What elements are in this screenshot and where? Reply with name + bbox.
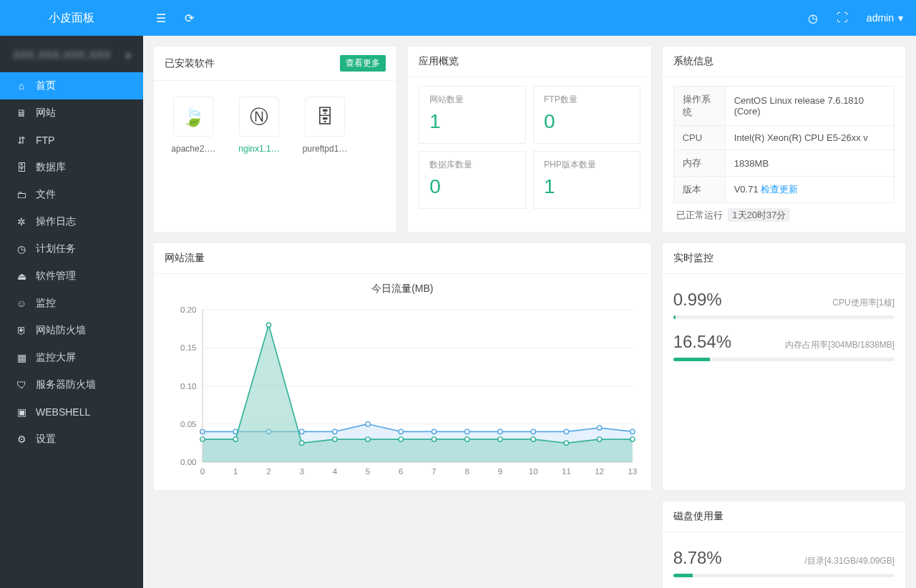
svg-point-47 — [498, 437, 502, 441]
sidebar-item-label: 操作日志 — [36, 215, 76, 228]
dashboard-icon[interactable]: ◷ — [808, 11, 818, 25]
overview-cell-label: PHP版本数量 — [544, 159, 630, 171]
sidebar-item-label: 文件 — [36, 188, 56, 201]
installed-title: 已安装软件 — [165, 57, 340, 70]
sidebar-item-folder[interactable]: 🗀文件 — [0, 181, 143, 208]
terminal-icon: ▣ — [16, 406, 27, 418]
meter-value: 8.78% — [673, 548, 805, 568]
content-grid: 已安装软件 查看更多 🍃apache2….Ⓝnginx1.1…🗄pureftpd… — [143, 36, 916, 588]
svg-point-43 — [366, 437, 370, 441]
software-item[interactable]: Ⓝnginx1.1… — [233, 97, 285, 154]
caret-down-icon: ▾ — [898, 12, 903, 24]
software-item[interactable]: 🍃apache2…. — [167, 97, 219, 154]
sidebar-item-ftp[interactable]: ⇵FTP — [0, 127, 143, 154]
meter-bar — [673, 315, 895, 319]
log-icon: ✲ — [16, 216, 27, 227]
sysinfo-value: 1838MB — [725, 150, 894, 177]
svg-text:0.05: 0.05 — [180, 420, 197, 428]
software-name: nginx1.1… — [233, 144, 285, 154]
sidebar-item-gauge[interactable]: ☺监控 — [0, 290, 143, 317]
svg-text:13: 13 — [628, 467, 637, 476]
meter-label: /目录[4.31GB/49.09GB] — [805, 555, 895, 567]
sidebar-item-terminal[interactable]: ▣WEBSHELL — [0, 398, 143, 426]
svg-text:1: 1 — [233, 467, 238, 476]
overview-cell-label: 网站数量 — [429, 94, 515, 106]
realtime-title: 实时监控 — [673, 252, 713, 265]
server-ip-box[interactable]: xxx.xxx.xxx.xxx ▴ — [0, 36, 143, 72]
svg-point-37 — [630, 429, 635, 433]
overview-cell-label: FTP数量 — [544, 94, 630, 106]
svg-point-49 — [564, 441, 568, 445]
software-item[interactable]: 🗄pureftpd1… — [299, 97, 351, 154]
svg-point-51 — [630, 437, 635, 441]
meter: 0.99%CPU使用率[1核] — [673, 290, 895, 319]
chart-title: 今日流量(MB) — [161, 283, 644, 295]
traffic-chart: 0.000.050.100.150.20012345678910111213 — [161, 300, 644, 486]
svg-text:0.10: 0.10 — [180, 382, 197, 391]
sidebar-item-home[interactable]: ⌂首页 — [0, 72, 143, 99]
sysinfo-key: 内存 — [673, 150, 725, 177]
sidebar-item-label: 数据库 — [36, 161, 66, 174]
shield2-icon: 🛡 — [16, 379, 27, 391]
overview-cell-value: 0 — [429, 175, 515, 198]
overview-cell: PHP版本数量1 — [533, 151, 640, 209]
sidebar-item-clock[interactable]: ◷计划任务 — [0, 235, 143, 263]
pkg-icon: ⏏ — [16, 270, 27, 282]
sidebar-item-monitor[interactable]: 🖥网站 — [0, 99, 143, 127]
svg-point-32 — [465, 429, 469, 433]
sidebar-item-pkg[interactable]: ⏏软件管理 — [0, 263, 143, 290]
svg-text:0.00: 0.00 — [180, 458, 197, 466]
svg-text:4: 4 — [333, 467, 338, 476]
svg-text:5: 5 — [366, 467, 370, 476]
software-name: apache2…. — [167, 144, 219, 154]
monitor-icon: 🖥 — [16, 107, 27, 119]
sidebar-item-shield2[interactable]: 🛡服务器防火墙 — [0, 371, 143, 398]
screen-icon: ▦ — [16, 352, 27, 363]
svg-point-40 — [266, 323, 271, 327]
refresh-icon[interactable]: ⟳ — [185, 11, 194, 25]
meter: 16.54%内存占用率[304MB/1838MB] — [673, 332, 895, 361]
overview-cell-value: 0 — [544, 110, 630, 133]
disk-body: 8.78%/目录[4.31GB/49.09GB]8.78%/www[4.31GB… — [663, 532, 905, 588]
sidebar-item-db[interactable]: 🗄数据库 — [0, 154, 143, 181]
check-update-link[interactable]: 检查更新 — [761, 184, 798, 195]
sidebar-item-label: 监控大屏 — [36, 351, 76, 364]
sidebar-item-label: 网站防火墙 — [36, 324, 86, 337]
home-icon: ⌂ — [16, 80, 27, 92]
fullscreen-icon[interactable]: ⛶ — [837, 11, 848, 24]
uptime-label: 已正常运行 — [676, 210, 723, 220]
overview-cell-value: 1 — [429, 110, 515, 133]
sysinfo-key: 操作系统 — [673, 87, 725, 126]
sidebar-item-gear[interactable]: ⚙设置 — [0, 426, 143, 453]
svg-point-39 — [233, 437, 238, 441]
sidebar-item-label: 软件管理 — [36, 270, 76, 283]
sidebar-item-label: 计划任务 — [36, 242, 76, 255]
sysinfo-value: V0.71 检查更新 — [725, 177, 894, 203]
svg-point-27 — [299, 429, 303, 433]
gauge-icon: ☺ — [16, 298, 27, 309]
sidebar-item-screen[interactable]: ▦监控大屏 — [0, 344, 143, 371]
svg-text:0.20: 0.20 — [180, 305, 197, 314]
clock-icon: ◷ — [16, 243, 27, 255]
svg-point-30 — [399, 429, 403, 433]
meter-label: CPU使用率[1核] — [832, 297, 895, 309]
uptime-line: 已正常运行 1天20时37分 — [673, 203, 895, 223]
software-icon: 🍃 — [173, 97, 213, 137]
svg-text:3: 3 — [299, 467, 303, 476]
sidebar-item-label: 设置 — [36, 433, 56, 446]
folder-icon: 🗀 — [16, 189, 27, 200]
sidebar-item-shield[interactable]: ⛨网站防火墙 — [0, 317, 143, 344]
sysinfo-table: 操作系统CentOS Linux release 7.6.1810 (Core)… — [673, 86, 895, 203]
meter-value: 0.99% — [673, 290, 833, 310]
sidebar-collapse-icon[interactable]: ☰ — [156, 11, 166, 25]
installed-more-button[interactable]: 查看更多 — [340, 55, 386, 72]
svg-point-35 — [564, 429, 568, 433]
sidebar-item-label: WEBSHELL — [36, 406, 90, 418]
server-ip: xxx.xxx.xxx.xxx — [13, 46, 111, 62]
sidebar-item-log[interactable]: ✲操作日志 — [0, 208, 143, 235]
software-icon: Ⓝ — [239, 97, 279, 137]
topbar: ☰ ⟳ ◷ ⛶ admin ▾ — [143, 0, 916, 36]
svg-text:0: 0 — [200, 467, 205, 476]
user-menu[interactable]: admin ▾ — [867, 12, 903, 24]
svg-point-31 — [432, 429, 436, 433]
